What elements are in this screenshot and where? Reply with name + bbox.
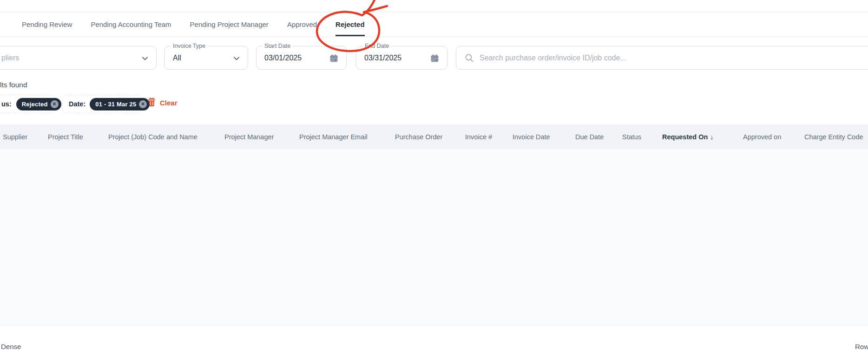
invoice-type-label: Invoice Type	[171, 43, 208, 49]
top-strip	[0, 0, 868, 12]
column-header-purchase-order[interactable]: Purchase Order	[395, 124, 442, 149]
calendar-icon[interactable]	[329, 54, 338, 65]
end-date-label: End Date	[362, 43, 391, 49]
results-count-text: lts found	[0, 81, 27, 89]
chevron-down-icon	[234, 54, 239, 62]
table-footer: Dense Row	[0, 325, 868, 357]
column-header-status[interactable]: Status	[622, 124, 641, 149]
remove-date-chip-icon[interactable]: ×	[139, 100, 147, 108]
status-chip-rejected[interactable]: Rejected ×	[16, 98, 61, 110]
invoice-list-page: Pending Review Pending Accounting Team P…	[0, 0, 868, 357]
chip-text: Rejected	[22, 101, 48, 108]
status-tabs: Pending Review Pending Accounting Team P…	[0, 12, 868, 37]
invoice-type-value: All	[173, 54, 181, 62]
start-date-label: Start Date	[262, 43, 293, 49]
search-icon	[465, 53, 474, 63]
tab-pending-review[interactable]: Pending Review	[22, 12, 72, 37]
clear-button-label: Clear	[160, 99, 178, 107]
column-header-project-manager[interactable]: Project Manager	[224, 124, 274, 149]
tab-rejected[interactable]: Rejected	[335, 12, 365, 37]
trash-icon	[148, 97, 156, 108]
column-header-charge-entity-code[interactable]: Charge Entity Code	[804, 124, 863, 149]
remove-status-chip-icon[interactable]: ×	[51, 100, 59, 108]
clear-filters-button[interactable]: Clear	[148, 97, 178, 108]
start-date-field[interactable]: Start Date 03/01/2025	[256, 46, 347, 70]
calendar-icon[interactable]	[430, 54, 439, 65]
suppliers-select-value: pliers	[1, 54, 19, 62]
column-header-label: Requested On	[662, 133, 708, 141]
tab-pending-accounting-team[interactable]: Pending Accounting Team	[91, 12, 171, 37]
column-header-invoice-number[interactable]: Invoice #	[465, 124, 492, 149]
invoice-type-select[interactable]: Invoice Type All	[164, 46, 248, 70]
table-header-row: Supplier Project Title Project (Job) Cod…	[0, 124, 868, 149]
end-date-value: 03/31/2025	[364, 54, 401, 62]
column-header-invoice-date[interactable]: Invoice Date	[513, 124, 550, 149]
date-filter-group: Date: 01 - 31 Mar 25 ×	[62, 95, 142, 113]
date-chip[interactable]: 01 - 31 Mar 25 ×	[90, 98, 150, 110]
column-header-approved-on[interactable]: Approved on	[743, 124, 781, 149]
status-filter-group: us: Rejected ×	[0, 95, 56, 113]
table-body-empty: × × No data	[0, 149, 868, 325]
column-header-project-manager-email[interactable]: Project Manager Email	[299, 124, 368, 149]
column-header-project-job-code[interactable]: Project (Job) Code and Name	[108, 124, 197, 149]
date-filter-label: Date:	[69, 100, 85, 108]
search-input[interactable]	[479, 53, 806, 63]
dense-toggle-label[interactable]: Dense	[1, 343, 21, 351]
status-filter-label: us:	[1, 100, 12, 108]
chip-text: 01 - 31 Mar 25	[95, 101, 136, 108]
column-header-due-date[interactable]: Due Date	[575, 124, 604, 149]
end-date-field[interactable]: End Date 03/31/2025	[356, 46, 447, 70]
rows-per-page-label: Row	[855, 343, 868, 351]
chevron-down-icon	[142, 54, 148, 62]
sort-desc-icon: ↓	[710, 133, 714, 141]
tab-pending-project-manager[interactable]: Pending Project Manager	[190, 12, 269, 37]
column-header-project-title[interactable]: Project Title	[48, 124, 83, 149]
column-header-requested-on[interactable]: Requested On ↓	[662, 124, 714, 149]
search-field	[456, 46, 868, 70]
column-header-supplier[interactable]: Supplier	[3, 124, 27, 149]
start-date-value: 03/01/2025	[264, 54, 302, 62]
tab-approved[interactable]: Approved	[287, 12, 317, 37]
suppliers-select[interactable]: pliers	[0, 46, 157, 70]
